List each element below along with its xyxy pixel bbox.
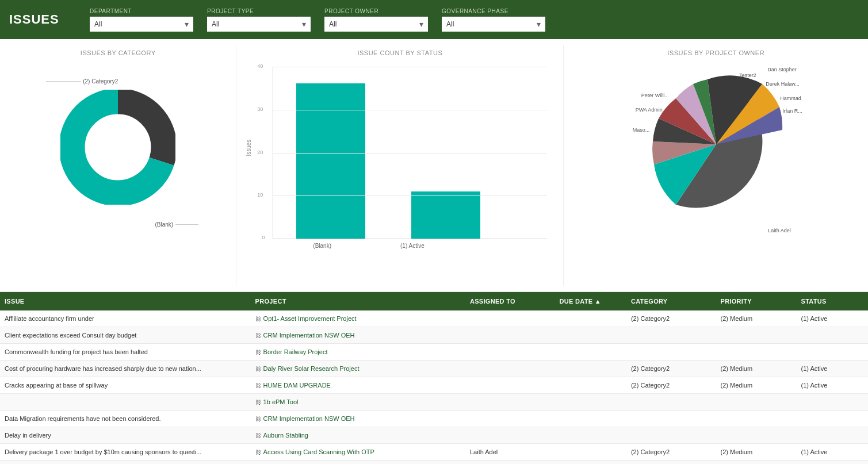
project-cell: ⛓Auburn Stabling <box>251 427 465 444</box>
issue-count-by-status-chart: ISSUE COUNT BY STATUS Issues 40 30 <box>236 45 564 286</box>
status-cell <box>797 344 869 361</box>
link-text[interactable]: Access Using Card Scanning With OTP <box>263 448 374 455</box>
project-owner-filter: PROJECT OWNER All <box>324 8 428 32</box>
department-select-wrapper[interactable]: All <box>90 17 193 32</box>
link-text[interactable]: 1b ePM Tool <box>263 398 299 405</box>
link-text[interactable]: Opt1- Asset Improvement Project <box>263 315 357 322</box>
link-text[interactable]: Data Migration requirements have not bee… <box>5 415 161 422</box>
table-row: Delay in delivery ⛓Auburn Stabling <box>0 427 868 444</box>
priority-cell: (2) Medium <box>716 377 797 394</box>
duedate-cell <box>555 411 626 427</box>
page-title: ISSUES <box>9 12 67 27</box>
app-header: ISSUES DEPARTMENT All PROJECT TYPE All P… <box>0 0 868 39</box>
table-row: Affliliate accountancy firm under ⛓Opt1-… <box>0 310 868 327</box>
status-cell <box>797 394 869 411</box>
governance-phase-select-wrapper[interactable]: All <box>442 17 545 32</box>
donut-label-cat2: (2) Category2 <box>46 78 118 85</box>
priority-cell: (2) Medium <box>716 444 797 461</box>
pie-label-peter: Peter Willi... <box>641 93 669 98</box>
duedate-cell <box>555 377 626 394</box>
category-cell: (2) Category2 <box>626 444 716 461</box>
assigned-cell <box>465 427 555 444</box>
project-owner-select[interactable]: All <box>324 17 428 32</box>
link-text[interactable]: Delivery package 1 over budget by $10m c… <box>5 448 201 455</box>
link-text[interactable]: Client expectations exceed Consult day b… <box>5 332 136 339</box>
bar-label-blank: (Blank) <box>313 243 331 249</box>
category-cell: (2) Category2 <box>626 310 716 327</box>
assigned-cell <box>465 411 555 427</box>
project-cell: ⛓Access Using Card Scanning With OTP <box>251 444 465 461</box>
issues-table: ISSUE PROJECT ASSIGNED TO DUE DATE ▲ CAT… <box>0 292 868 464</box>
pie-label-irfan: Irfan R... <box>782 108 802 114</box>
link-text[interactable]: CRM Implementation NSW OEH <box>263 332 355 339</box>
link-text[interactable]: Cracks appearing at base of spillway <box>5 382 108 389</box>
project-cell: ⛓Border Railway Project <box>251 344 465 361</box>
donut-label-blank: (Blank) <box>155 221 198 228</box>
pie-label-hammad: Hammad <box>780 95 801 101</box>
link-text[interactable]: Border Railway Project <box>263 348 328 355</box>
issues-by-owner-title: ISSUES BY PROJECT OWNER <box>667 49 764 56</box>
issues-by-category-title: ISSUES BY CATEGORY <box>81 49 156 56</box>
col-header-duedate[interactable]: DUE DATE ▲ <box>555 292 626 310</box>
issue-cell: Delay in delivery <box>0 427 251 444</box>
status-cell: (1) Active <box>797 444 869 461</box>
governance-phase-filter: GOVERNANCE PHASE All <box>442 8 545 32</box>
assigned-cell <box>465 461 555 465</box>
bar-label-active: (1) Active <box>400 243 425 249</box>
svg-point-3 <box>87 117 148 178</box>
table-row: ⛓1b ePM Tool <box>0 394 868 411</box>
link-icon: ⛓ <box>255 382 261 389</box>
col-header-category: CATEGORY <box>626 292 716 310</box>
table-row: Data Migration requirements have not bee… <box>0 411 868 427</box>
duedate-cell <box>555 327 626 344</box>
link-text[interactable]: Cost of procuring hardware has increased… <box>5 365 201 372</box>
table-header: ISSUE PROJECT ASSIGNED TO DUE DATE ▲ CAT… <box>0 292 868 310</box>
table-row: Cracks appearing at base of spillway ⛓HU… <box>0 377 868 394</box>
link-text[interactable]: Delay in delivery <box>5 432 51 439</box>
category-cell <box>626 344 716 361</box>
department-select[interactable]: All <box>90 17 193 32</box>
link-text[interactable]: CRM Implementation NSW OEH <box>263 415 355 422</box>
priority-cell <box>716 427 797 444</box>
status-cell: (1) Active <box>797 310 869 327</box>
assigned-cell <box>465 310 555 327</box>
link-text[interactable]: Affliliate accountancy firm under <box>5 315 94 322</box>
link-icon: ⛓ <box>255 366 261 372</box>
link-text[interactable]: Commonwealth funding for project has bee… <box>5 348 148 355</box>
link-text[interactable]: Auburn Stabling <box>263 432 308 439</box>
table-row: Electrical contractor has gone into admi… <box>0 461 868 465</box>
governance-phase-select[interactable]: All <box>442 17 545 32</box>
issue-cell: Cost of procuring hardware has increased… <box>0 361 251 377</box>
issue-cell: Electrical contractor has gone into admi… <box>0 461 251 465</box>
issue-cell: Affliliate accountancy firm under <box>0 310 251 327</box>
category-cell <box>626 461 716 465</box>
issues-table-section: ISSUE PROJECT ASSIGNED TO DUE DATE ▲ CAT… <box>0 292 868 464</box>
project-type-label: PROJECT TYPE <box>207 8 311 14</box>
col-header-assigned: ASSIGNED TO <box>465 292 555 310</box>
link-text[interactable]: Daly River Solar Research Project <box>263 365 360 372</box>
link-text[interactable]: HUME DAM UPGRADE <box>263 382 331 389</box>
project-owner-select-wrapper[interactable]: All <box>324 17 428 32</box>
department-label: DEPARTMENT <box>90 8 193 14</box>
assigned-cell <box>465 377 555 394</box>
pie-label-laith: Laith Adel <box>768 228 791 233</box>
project-cell: ⛓HUME DAM UPGRADE <box>251 377 465 394</box>
link-icon: ⛓ <box>255 416 261 422</box>
duedate-cell <box>555 461 626 465</box>
status-cell <box>797 327 869 344</box>
project-type-select-wrapper[interactable]: All <box>207 17 311 32</box>
issue-cell: Delivery package 1 over budget by $10m c… <box>0 444 251 461</box>
col-header-project: PROJECT <box>251 292 465 310</box>
link-icon: ⛓ <box>255 316 261 322</box>
table-row: Commonwealth funding for project has bee… <box>0 344 868 361</box>
col-header-issue: ISSUE <box>0 292 251 310</box>
status-cell: (1) Active <box>797 361 869 377</box>
issue-cell: Data Migration requirements have not bee… <box>0 411 251 427</box>
governance-phase-label: GOVERNANCE PHASE <box>442 8 545 14</box>
category-cell <box>626 327 716 344</box>
pie-label-pwa: PWA Admin <box>636 107 663 113</box>
project-type-select[interactable]: All <box>207 17 311 32</box>
project-cell: ⛓Daly River Solar Research Project <box>251 361 465 377</box>
issue-cell: Client expectations exceed Consult day b… <box>0 327 251 344</box>
duedate-cell <box>555 310 626 327</box>
